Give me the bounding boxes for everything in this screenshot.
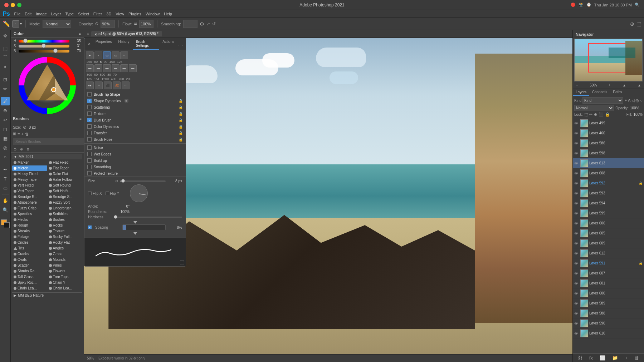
mode-select[interactable]: Normal	[43, 20, 71, 28]
target-icon[interactable]: ⊕	[630, 21, 634, 27]
brush-picker-preview[interactable]: ·	[12, 20, 19, 28]
settings-icon[interactable]: ⚙	[200, 21, 204, 27]
brush-item-chain-y[interactable]: Chain Y	[48, 280, 83, 285]
checkbox-smoothing[interactable]	[87, 165, 92, 169]
add-brush-icon[interactable]: +	[21, 132, 23, 136]
menu-filter[interactable]: Filter	[93, 12, 102, 16]
magic-wand-tool[interactable]: ✴	[1, 63, 10, 71]
layer-new-button[interactable]: +	[625, 355, 628, 361]
preset3-3[interactable]: ⬛	[104, 81, 112, 89]
eyedropper-tool[interactable]: ✏	[1, 84, 10, 93]
layer-item-601[interactable]: 👁 Layer 601	[573, 278, 644, 288]
size-slider[interactable]	[120, 180, 166, 182]
brush-item-bushes[interactable]: Bushes	[48, 217, 83, 222]
menu-select[interactable]: Select	[78, 12, 89, 16]
layer-item-607[interactable]: 👁 Layer 607	[573, 268, 644, 278]
layer-item-586[interactable]: 👁 Layer 586	[573, 138, 644, 148]
flip-x-checkbox[interactable]: Flip X	[88, 192, 102, 195]
layer-item-605[interactable]: 👁 Layer 605	[573, 228, 644, 238]
checkbox-scattering[interactable]	[87, 105, 92, 109]
brushes-menu[interactable]: ≡	[79, 117, 82, 121]
layer-item-612[interactable]: 👁 Layer 612	[573, 248, 644, 258]
brush-item-flecks[interactable]: Flecks	[12, 217, 47, 222]
settings-smoothing[interactable]: Smoothing	[84, 164, 186, 170]
move-tool[interactable]: ✥	[1, 31, 10, 40]
layer-item-593[interactable]: 👁 Layer 593	[573, 188, 644, 198]
hardness-slider[interactable]	[115, 217, 182, 218]
layer-item-460[interactable]: 👁 Layer 460	[573, 128, 644, 138]
layer-fx-button[interactable]: fx	[589, 355, 593, 361]
sat-thumb[interactable]	[42, 44, 46, 48]
menu-type[interactable]: Type	[65, 12, 74, 16]
settings-brush-tip-shape[interactable]: Brush Tip Shape	[84, 91, 186, 98]
brush-item-chain-lea2[interactable]: Chain Lea...	[48, 286, 83, 291]
layer-vis-588[interactable]: 👁	[574, 311, 579, 316]
crop-tool[interactable]: ⊡	[1, 75, 10, 84]
brush-item-fuzzy-crisp[interactable]: Fuzzy Crisp	[12, 205, 47, 211]
brush-item-vert-taper[interactable]: Vert Taper	[12, 188, 47, 194]
color-swatches[interactable]	[1, 219, 10, 228]
brush-item-shrubs-ra[interactable]: Shrubs Ra...	[12, 268, 47, 274]
canvas-tab-vpa18[interactable]: vpa18.psd @ 50% (Layer 613, RGB/8) *	[91, 31, 162, 36]
layers-kind-select[interactable]: Kind	[582, 97, 623, 104]
layer-link-button[interactable]: ⛓	[578, 355, 582, 361]
brush-item-marker[interactable]: Marker	[12, 160, 47, 165]
brush-item-angles[interactable]: Angles	[48, 246, 83, 251]
clone-tool[interactable]: ⊕	[1, 106, 10, 115]
brush-item-ovals[interactable]: Ovals	[12, 257, 47, 262]
layer-vis-609[interactable]: 👁	[574, 241, 579, 246]
menu-3d[interactable]: 3D	[106, 12, 111, 16]
preset3-5[interactable]: ⋯	[122, 81, 130, 89]
bright-thumb[interactable]	[53, 49, 58, 53]
brush-item-fuzzy-soft[interactable]: Fuzzy Soft	[48, 200, 83, 205]
flip-y-box[interactable]	[106, 192, 109, 195]
hue-thumb[interactable]	[23, 39, 28, 43]
layer-vis-589[interactable]: 👁	[574, 301, 579, 306]
brush-item-flowers[interactable]: Flowers	[48, 268, 83, 274]
brush-item-tall-grass[interactable]: Tall Grass	[12, 274, 47, 279]
layer-item-606[interactable]: 👁 Layer 606	[573, 218, 644, 228]
menu-edit[interactable]: Edit	[25, 12, 31, 16]
layer-item-594[interactable]: 👁 Layer 594	[573, 198, 644, 208]
text-tool[interactable]: T	[1, 174, 10, 183]
brush-cat-tab1[interactable]: ⊙	[12, 147, 18, 152]
layer-vis-606[interactable]: 👁	[574, 221, 579, 225]
layer-vis-591[interactable]: 👁	[574, 261, 579, 266]
nav-expand2[interactable]: ▲	[638, 83, 641, 87]
brush-item-messy-fixed[interactable]: Messy Fixed	[12, 171, 47, 177]
tab-actions[interactable]: Actions	[160, 38, 177, 50]
layer-vis-593[interactable]: 👁	[574, 191, 579, 195]
brush-item-flat-fixed[interactable]: Flat Fixed	[48, 160, 83, 165]
erase-icon[interactable]: ⬚	[636, 21, 641, 27]
brush-item-flat-taper[interactable]: Flat Taper	[48, 165, 83, 171]
nav-expand[interactable]: ▲	[623, 83, 626, 87]
brush-item-chain-lea1[interactable]: Chain Lea...	[12, 286, 47, 291]
brush-item-spiky-roc[interactable]: Spiky Roc...	[12, 280, 47, 285]
shape-tool[interactable]: ▭	[1, 184, 10, 192]
close-tab-btn[interactable]: ×	[86, 32, 91, 36]
bes-nature-header[interactable]: ▶ MM BES Nature	[14, 293, 81, 297]
layer-vis-608[interactable]: 👁	[574, 171, 579, 175]
spacing-slider[interactable]	[122, 224, 166, 230]
brush-item-rough[interactable]: Rough	[12, 223, 47, 228]
zoom-tool[interactable]: 🔍	[1, 205, 10, 214]
filter-toggle[interactable]: ○	[640, 98, 643, 103]
checkbox-wet-edges[interactable]	[87, 152, 92, 156]
settings-noise[interactable]: Noise	[84, 144, 186, 151]
gradient-tool[interactable]: ▦	[1, 134, 10, 143]
brush-item-smudge-r[interactable]: Smudge R...	[12, 194, 47, 199]
brush-item-scribbles[interactable]: Scribbles	[48, 211, 83, 217]
brush-item-foliage[interactable]: Foliage	[12, 234, 47, 239]
brush-search-input[interactable]	[13, 138, 84, 145]
layer-vis-599[interactable]: 👁	[574, 211, 579, 215]
brush-item-rocks[interactable]: Rocks	[48, 223, 83, 228]
menu-plugins[interactable]: Plugins	[128, 12, 141, 16]
layers-mode-select[interactable]: Normal	[574, 105, 614, 111]
lock-icon2[interactable]: ✏	[589, 112, 592, 117]
brush-item-mounds[interactable]: Mounds	[48, 257, 83, 262]
brush-item-smudge-s[interactable]: Smudge S...	[48, 194, 83, 199]
layer-vis-594[interactable]: 👁	[574, 201, 579, 205]
brush-item-rake-follow[interactable]: Rake Follow	[48, 177, 83, 182]
tab-channels[interactable]: Channels	[589, 89, 610, 96]
flip-x-box[interactable]	[88, 192, 92, 195]
